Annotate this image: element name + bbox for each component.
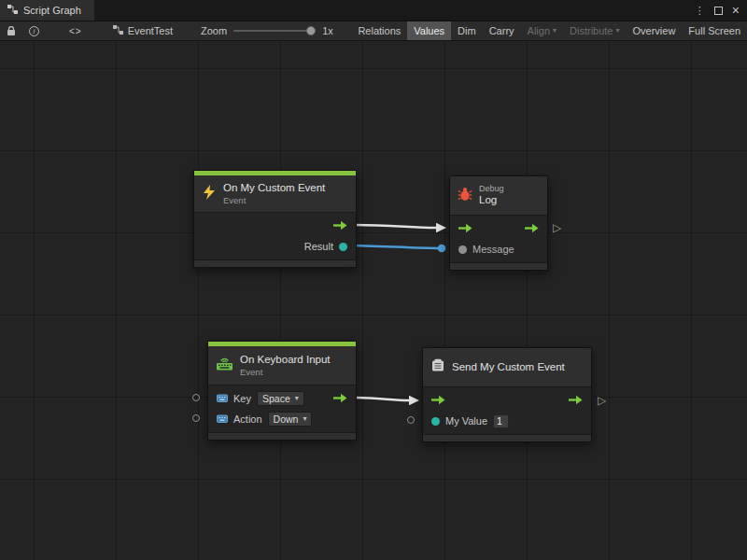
tab-script-graph[interactable]: Script Graph — [0, 0, 94, 21]
zoom-control: Zoom 1x — [201, 21, 333, 40]
keyboard-icon — [216, 357, 233, 374]
bug-icon — [458, 187, 472, 205]
code-glyph: <> — [69, 26, 82, 36]
unconnected-port-indicator[interactable] — [407, 416, 415, 424]
node-header: On Keyboard Input Event — [208, 346, 356, 385]
port-label: My Value — [445, 415, 487, 427]
flow-output-port[interactable] — [333, 393, 347, 405]
button-label: Distribute — [570, 25, 613, 36]
node-subtitle: Event — [223, 195, 325, 205]
key-dropdown-value: Space — [262, 393, 290, 404]
zoom-slider[interactable] — [233, 30, 316, 32]
port-row — [423, 390, 591, 411]
node-body: Result — [194, 213, 356, 259]
flow-wire-custom-event-to-log — [356, 225, 436, 228]
value-wire-result-to-message — [344, 245, 442, 248]
toolbar-buttons: Relations Values Dim Carry Align▾ Distri… — [351, 21, 747, 40]
port-row: Action Down ▾ — [208, 409, 356, 429]
zoom-value: 1x — [322, 25, 333, 36]
node-category: Debug — [479, 184, 504, 194]
custom-event-icon — [430, 358, 445, 376]
flow-wire-arrowhead — [409, 396, 419, 405]
lock-icon[interactable] — [0, 21, 22, 40]
node-footer — [423, 434, 591, 441]
action-dropdown[interactable]: Down ▾ — [268, 412, 313, 427]
button-label: Values — [414, 25, 444, 36]
node-title: On Keyboard Input — [240, 354, 331, 367]
zoom-label: Zoom — [201, 25, 227, 36]
connection-wires — [0, 41, 747, 560]
value-input-port[interactable] — [431, 417, 440, 426]
node-header: Send My Custom Event — [423, 348, 591, 387]
toolbar-button-relations[interactable]: Relations — [351, 21, 407, 40]
keycode-type-icon — [217, 413, 228, 425]
port-row: Key Space ▾ — [208, 388, 356, 409]
port-label: Message — [472, 244, 514, 255]
tab-title: Script Graph — [23, 5, 81, 16]
node-body: Key Space ▾ Action Down ▾ — [208, 385, 356, 432]
node-subtitle: Event — [240, 367, 331, 377]
toolbar-button-align[interactable]: Align▾ — [521, 21, 563, 40]
flow-continuation-icon: ▷ — [553, 222, 561, 233]
node-footer — [450, 262, 547, 270]
flow-input-port[interactable] — [458, 223, 472, 235]
maximize-icon[interactable] — [714, 7, 723, 15]
toolbar-button-fullscreen[interactable]: Full Screen — [682, 21, 747, 40]
flow-input-port[interactable] — [431, 395, 445, 407]
port-row: My Value — [423, 411, 591, 431]
node-body: Message — [450, 216, 547, 262]
lightning-bolt-icon — [202, 185, 217, 203]
graph-name: EventTest — [128, 25, 173, 36]
window-controls: ⋮ × — [695, 0, 747, 21]
node-header: Debug Log — [450, 176, 547, 216]
flow-wire-keyboard-to-send — [356, 398, 409, 400]
value-input-port[interactable] — [458, 245, 467, 254]
node-send-my-custom-event[interactable]: Send My Custom Event My Value — [422, 347, 592, 442]
close-icon[interactable]: × — [732, 4, 740, 17]
dropdown-caret-icon: ▾ — [303, 415, 306, 423]
node-body: My Value — [423, 387, 591, 434]
node-on-keyboard-input[interactable]: On Keyboard Input Event Key Space ▾ — [207, 341, 357, 441]
button-label: Align — [528, 25, 550, 36]
graph-canvas[interactable]: On My Custom Event Event Result — [0, 41, 747, 560]
node-on-my-custom-event[interactable]: On My Custom Event Event Result — [193, 170, 357, 268]
node-footer — [194, 259, 356, 267]
key-dropdown[interactable]: Space ▾ — [257, 391, 304, 406]
dropdown-caret-icon: ▾ — [553, 27, 557, 35]
graph-asset-icon — [113, 25, 123, 36]
info-icon[interactable]: i — [22, 21, 46, 40]
port-row: Result — [194, 236, 356, 257]
node-title: On My Custom Event — [223, 182, 325, 195]
code-view-icon[interactable]: <> — [63, 21, 89, 40]
button-label: Dim — [458, 25, 476, 36]
window-menu-icon[interactable]: ⋮ — [695, 6, 705, 16]
port-label: Key — [233, 393, 251, 404]
node-footer — [208, 432, 356, 440]
unconnected-port-indicator[interactable] — [192, 414, 200, 422]
graph-toolbar: i <> EventTest Zoom 1x Relations Values … — [0, 21, 747, 41]
toolbar-button-distribute[interactable]: Distribute▾ — [563, 21, 626, 40]
toolbar-button-overview[interactable]: Overview — [627, 21, 683, 40]
button-label: Relations — [358, 25, 401, 36]
flow-output-port[interactable] — [525, 223, 539, 235]
button-label: Overview — [633, 25, 676, 36]
flow-wire-arrowhead — [436, 223, 446, 232]
unconnected-port-indicator[interactable] — [192, 394, 200, 401]
flow-output-port[interactable] — [569, 395, 583, 407]
zoom-slider-knob[interactable] — [306, 26, 316, 35]
my-value-input[interactable] — [493, 414, 509, 428]
dropdown-caret-icon: ▾ — [295, 395, 299, 402]
flow-output-port[interactable] — [333, 220, 347, 232]
value-output-port[interactable] — [339, 243, 347, 251]
action-dropdown-value: Down — [274, 413, 299, 425]
toolbar-button-dim[interactable]: Dim — [451, 21, 483, 40]
node-debug-log[interactable]: Debug Log Message — [449, 175, 548, 271]
port-label: Result — [304, 241, 333, 252]
toolbar-button-values[interactable]: Values — [407, 21, 451, 40]
keycode-type-icon — [217, 393, 228, 404]
node-header: On My Custom Event Event — [194, 175, 356, 213]
port-row — [194, 216, 356, 236]
graph-breadcrumb[interactable]: EventTest — [113, 21, 173, 40]
port-row: Message — [450, 239, 547, 259]
toolbar-button-carry[interactable]: Carry — [483, 21, 521, 40]
